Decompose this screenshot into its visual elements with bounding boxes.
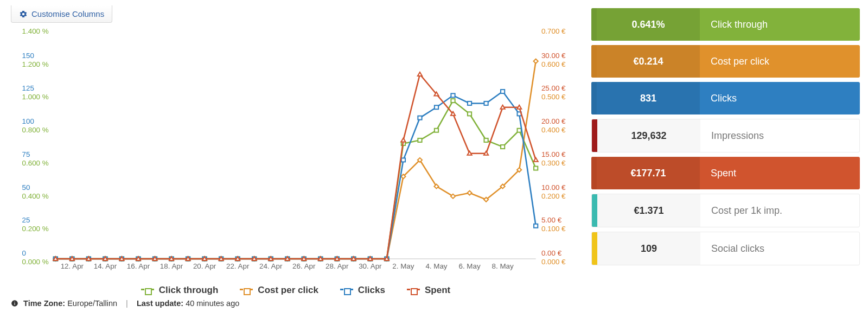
kpi-value: 0.641% bbox=[597, 8, 700, 41]
gear-icon bbox=[19, 10, 28, 18]
kpi-accent bbox=[592, 232, 597, 265]
kpi-column: 0.641%Click through€0.214Cost per click8… bbox=[591, 0, 868, 331]
svg-text:15.00 €: 15.00 € bbox=[541, 150, 566, 158]
svg-text:0.700 €: 0.700 € bbox=[541, 27, 566, 35]
kpi-value: €0.214 bbox=[597, 45, 700, 78]
svg-text:35.00 €: 35.00 € bbox=[541, 26, 566, 27]
svg-text:0.500 €: 0.500 € bbox=[541, 93, 566, 101]
svg-text:0: 0 bbox=[22, 249, 26, 257]
svg-text:5.00 €: 5.00 € bbox=[541, 216, 562, 224]
svg-text:50: 50 bbox=[22, 183, 30, 192]
svg-rect-73 bbox=[484, 138, 488, 142]
footnote: Time Zone: Europe/Tallinn | Last update:… bbox=[11, 299, 580, 308]
svg-text:0.000 €: 0.000 € bbox=[541, 258, 566, 266]
svg-text:4. May: 4. May bbox=[425, 262, 448, 270]
svg-text:0.600 €: 0.600 € bbox=[541, 60, 566, 68]
svg-text:22. Apr: 22. Apr bbox=[226, 262, 250, 270]
svg-rect-76 bbox=[534, 167, 538, 170]
svg-text:12. Apr: 12. Apr bbox=[61, 262, 84, 270]
svg-text:1.200 %: 1.200 % bbox=[22, 60, 49, 68]
kpi-card[interactable]: 0.641%Click through bbox=[591, 8, 860, 41]
legend-label: Cost per click bbox=[258, 285, 318, 296]
legend-item-spent: Spent bbox=[407, 285, 450, 296]
legend-swatch bbox=[407, 289, 420, 292]
svg-rect-71 bbox=[451, 99, 455, 103]
svg-text:0.400 €: 0.400 € bbox=[541, 126, 566, 134]
kpi-accent bbox=[591, 82, 597, 114]
svg-rect-103 bbox=[484, 101, 488, 105]
svg-text:6. May: 6. May bbox=[458, 262, 481, 270]
info-icon bbox=[11, 300, 18, 307]
kpi-card[interactable]: €177.71Spent bbox=[591, 157, 860, 189]
chart: 00.000 %0.00 €0.000 €250.200 %5.00 €0.10… bbox=[11, 26, 580, 281]
kpi-label: Social clicks bbox=[700, 232, 859, 265]
kpi-card[interactable]: 109Social clicks bbox=[591, 232, 860, 265]
kpi-card[interactable]: 129,632Impressions bbox=[591, 119, 860, 152]
svg-rect-101 bbox=[451, 93, 455, 97]
kpi-label: Cost per 1k imp. bbox=[700, 194, 859, 227]
chart-panel: Customise Columns 00.000 %0.00 €0.000 €2… bbox=[0, 0, 591, 331]
customise-columns-label: Customise Columns bbox=[31, 9, 104, 18]
kpi-card[interactable]: 831Clicks bbox=[591, 82, 860, 114]
tz-value: Europe/Tallinn bbox=[67, 299, 117, 308]
svg-text:175: 175 bbox=[22, 26, 34, 27]
svg-text:150: 150 bbox=[22, 52, 34, 60]
svg-text:125: 125 bbox=[22, 85, 34, 93]
kpi-card[interactable]: €0.214Cost per click bbox=[591, 45, 860, 78]
legend-swatch bbox=[141, 289, 154, 292]
legend: Click through Cost per click Clicks Spen… bbox=[11, 285, 580, 296]
svg-text:20. Apr: 20. Apr bbox=[193, 262, 216, 270]
svg-text:0.800 %: 0.800 % bbox=[22, 126, 49, 134]
legend-label: Clicks bbox=[358, 285, 385, 296]
separator: | bbox=[126, 299, 128, 308]
svg-text:0.000 %: 0.000 % bbox=[22, 258, 49, 266]
kpi-card[interactable]: €1.371Cost per 1k imp. bbox=[591, 194, 860, 227]
svg-rect-99 bbox=[418, 116, 422, 120]
kpi-value: €1.371 bbox=[597, 194, 700, 227]
svg-text:0.400 %: 0.400 % bbox=[22, 192, 49, 200]
legend-label: Spent bbox=[425, 285, 450, 296]
svg-text:1.000 %: 1.000 % bbox=[22, 93, 49, 101]
kpi-label: Click through bbox=[700, 8, 860, 41]
svg-text:8. May: 8. May bbox=[492, 262, 514, 270]
kpi-label: Cost per click bbox=[700, 45, 860, 78]
tz-label: Time Zone: bbox=[23, 299, 65, 308]
kpi-label: Spent bbox=[700, 157, 860, 189]
svg-text:0.600 %: 0.600 % bbox=[22, 159, 49, 167]
svg-rect-102 bbox=[468, 101, 471, 105]
customise-columns-button[interactable]: Customise Columns bbox=[11, 5, 112, 23]
svg-text:16. Apr: 16. Apr bbox=[127, 262, 150, 270]
svg-text:75: 75 bbox=[22, 150, 30, 158]
dashboard: Customise Columns 00.000 %0.00 €0.000 €2… bbox=[0, 0, 868, 331]
kpi-accent bbox=[591, 45, 597, 78]
svg-rect-75 bbox=[518, 129, 521, 132]
svg-text:100: 100 bbox=[22, 117, 34, 125]
svg-text:2. May: 2. May bbox=[392, 262, 414, 270]
svg-text:25.00 €: 25.00 € bbox=[541, 85, 566, 93]
svg-text:0.200 %: 0.200 % bbox=[22, 225, 49, 233]
legend-item-clicks: Clicks bbox=[340, 285, 385, 296]
lu-label: Last update: bbox=[137, 299, 183, 308]
svg-text:26. Apr: 26. Apr bbox=[292, 262, 316, 270]
svg-text:14. Apr: 14. Apr bbox=[94, 262, 117, 270]
svg-rect-70 bbox=[435, 129, 438, 132]
legend-swatch bbox=[240, 289, 253, 292]
svg-text:10.00 €: 10.00 € bbox=[541, 183, 566, 192]
legend-item-cost-per-click: Cost per click bbox=[240, 285, 318, 296]
svg-text:25: 25 bbox=[22, 216, 30, 224]
svg-rect-100 bbox=[435, 105, 438, 109]
kpi-accent bbox=[591, 157, 597, 189]
svg-rect-104 bbox=[501, 90, 505, 93]
legend-item-click-through: Click through bbox=[141, 285, 219, 296]
svg-rect-106 bbox=[534, 224, 538, 228]
svg-rect-72 bbox=[468, 112, 471, 116]
lu-value: 40 minutes ago bbox=[186, 299, 239, 308]
svg-text:20.00 €: 20.00 € bbox=[541, 117, 566, 125]
kpi-label: Clicks bbox=[700, 82, 860, 114]
svg-text:0.100 €: 0.100 € bbox=[541, 225, 566, 233]
legend-label: Click through bbox=[159, 285, 219, 296]
kpi-accent bbox=[591, 8, 597, 41]
svg-text:0.300 €: 0.300 € bbox=[541, 159, 566, 167]
kpi-value: 109 bbox=[597, 232, 700, 265]
legend-swatch bbox=[340, 289, 353, 292]
